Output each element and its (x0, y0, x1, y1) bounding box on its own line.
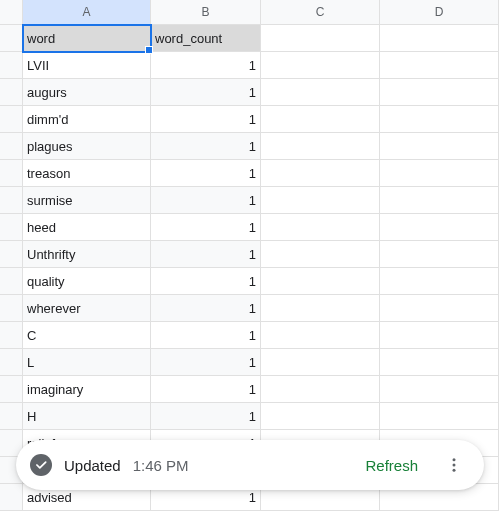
cell[interactable]: 1 (151, 403, 261, 430)
cell[interactable] (380, 241, 499, 268)
cell[interactable] (261, 241, 380, 268)
row-header[interactable] (0, 241, 23, 268)
cell[interactable]: 1 (151, 376, 261, 403)
col-header-d[interactable]: D (380, 0, 499, 25)
cell[interactable] (380, 79, 499, 106)
cell[interactable]: surmise (23, 187, 151, 214)
cell[interactable] (380, 214, 499, 241)
cell[interactable]: dimm'd (23, 106, 151, 133)
cell[interactable] (380, 160, 499, 187)
cell[interactable] (261, 106, 380, 133)
cell[interactable]: C (23, 322, 151, 349)
cell[interactable] (380, 52, 499, 79)
col-header-b[interactable]: B (151, 0, 261, 25)
row-header[interactable] (0, 403, 23, 430)
cell[interactable] (380, 403, 499, 430)
cell[interactable]: 1 (151, 52, 261, 79)
row-header[interactable] (0, 484, 23, 511)
cell[interactable] (380, 187, 499, 214)
cell[interactable]: wherever (23, 295, 151, 322)
select-all-corner[interactable] (0, 0, 23, 25)
cell[interactable]: 1 (151, 295, 261, 322)
cell[interactable]: LVII (23, 52, 151, 79)
cell[interactable] (380, 268, 499, 295)
svg-point-2 (453, 469, 456, 472)
cell-b1[interactable]: word_count (151, 25, 261, 52)
cell[interactable] (261, 349, 380, 376)
cell[interactable] (261, 376, 380, 403)
cell[interactable]: 1 (151, 133, 261, 160)
cell[interactable]: 1 (151, 322, 261, 349)
row-header[interactable] (0, 187, 23, 214)
cell[interactable] (261, 268, 380, 295)
row-header[interactable] (0, 25, 23, 52)
svg-point-1 (453, 464, 456, 467)
cell[interactable]: 1 (151, 349, 261, 376)
row-header[interactable] (0, 268, 23, 295)
more-options-button[interactable] (438, 449, 470, 481)
cell[interactable]: augurs (23, 79, 151, 106)
row-header[interactable] (0, 133, 23, 160)
cell[interactable]: 1 (151, 241, 261, 268)
refresh-button[interactable]: Refresh (365, 457, 418, 474)
row-header[interactable] (0, 349, 23, 376)
cell-a1[interactable]: word (23, 25, 151, 52)
cell[interactable]: L (23, 349, 151, 376)
svg-point-0 (453, 458, 456, 461)
update-toast: Updated 1:46 PM Refresh (16, 440, 484, 490)
row-header[interactable] (0, 160, 23, 187)
row-header[interactable] (0, 106, 23, 133)
cell[interactable]: heed (23, 214, 151, 241)
cell[interactable] (261, 295, 380, 322)
cell[interactable]: imaginary (23, 376, 151, 403)
cell[interactable] (261, 214, 380, 241)
col-header-a[interactable]: A (23, 0, 151, 25)
cell[interactable] (380, 322, 499, 349)
cell[interactable] (261, 160, 380, 187)
cell[interactable] (261, 79, 380, 106)
cell[interactable] (261, 322, 380, 349)
cell[interactable] (261, 403, 380, 430)
row-header[interactable] (0, 214, 23, 241)
cell[interactable]: 1 (151, 268, 261, 295)
cell[interactable]: Unthrifty (23, 241, 151, 268)
cell[interactable] (261, 52, 380, 79)
cell[interactable] (261, 133, 380, 160)
cell[interactable]: H (23, 403, 151, 430)
cell[interactable]: 1 (151, 214, 261, 241)
cell[interactable] (380, 106, 499, 133)
toast-status: Updated (64, 457, 121, 474)
more-vert-icon (445, 456, 463, 474)
cell-d1[interactable] (380, 25, 499, 52)
cell-c1[interactable] (261, 25, 380, 52)
cell[interactable]: 1 (151, 106, 261, 133)
cell[interactable] (380, 376, 499, 403)
cell[interactable]: treason (23, 160, 151, 187)
cell[interactable]: 1 (151, 187, 261, 214)
col-header-c[interactable]: C (261, 0, 380, 25)
cell[interactable] (380, 133, 499, 160)
cell[interactable]: 1 (151, 79, 261, 106)
toast-time: 1:46 PM (133, 457, 189, 474)
cell[interactable] (261, 187, 380, 214)
cell[interactable]: plagues (23, 133, 151, 160)
cell[interactable]: quality (23, 268, 151, 295)
row-header[interactable] (0, 79, 23, 106)
row-header[interactable] (0, 322, 23, 349)
cell[interactable] (380, 295, 499, 322)
cell[interactable]: 1 (151, 160, 261, 187)
row-header[interactable] (0, 295, 23, 322)
cell[interactable] (380, 349, 499, 376)
row-header[interactable] (0, 376, 23, 403)
row-header[interactable] (0, 52, 23, 79)
spreadsheet-grid[interactable]: A B C D word word_count LVII 1 augurs 1 … (0, 0, 500, 511)
check-icon (30, 454, 52, 476)
